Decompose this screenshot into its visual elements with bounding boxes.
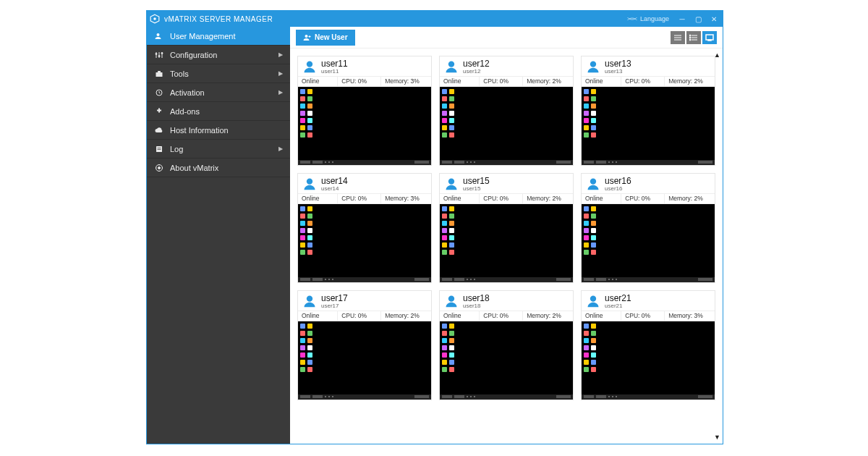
sidebar-item-configuration[interactable]: Configuration ▶: [147, 46, 290, 64]
user-card-grid: user11 user11 Online CPU: 0% Memory: 3%: [290, 48, 723, 444]
svg-point-20: [307, 62, 312, 67]
user-cpu: CPU: 0%: [621, 77, 664, 86]
user-card[interactable]: user13 user13 Online CPU: 0% Memory: 2%: [581, 56, 715, 166]
user-desktop-thumbnail[interactable]: [298, 204, 431, 282]
sidebar-item-label: Host Information: [170, 126, 229, 135]
user-card[interactable]: user18 user18 Online CPU: 0% Memory: 2%: [439, 290, 574, 400]
user-card[interactable]: user12 user12 Online CPU: 0% Memory: 2%: [439, 56, 574, 166]
user-memory: Memory: 2%: [522, 77, 573, 86]
sidebar-item-host-information[interactable]: Host Information: [147, 121, 290, 140]
user-card[interactable]: user21 user21 Online CPU: 0% Memory: 3%: [581, 290, 715, 400]
svg-point-27: [448, 296, 454, 302]
user-avatar-icon: [302, 294, 317, 308]
svg-point-24: [448, 179, 454, 185]
user-avatar-icon: [444, 294, 459, 308]
svg-point-13: [158, 166, 161, 169]
user-cpu: CPU: 0%: [479, 194, 522, 203]
user-avatar-icon: [444, 59, 459, 74]
user-status: Online: [298, 194, 337, 203]
minimize-button[interactable]: ─: [676, 13, 688, 25]
chevron-right-icon: ▶: [278, 51, 283, 58]
user-status: Online: [582, 311, 621, 321]
svg-point-26: [307, 296, 312, 302]
user-card[interactable]: user11 user11 Online CPU: 0% Memory: 3%: [297, 56, 432, 166]
toolbox-icon: [154, 69, 164, 78]
user-avatar-icon: [586, 177, 600, 191]
sidebar-item-activation[interactable]: Activation ▶: [147, 83, 290, 102]
user-memory: Memory: 3%: [380, 194, 431, 203]
user-status: Online: [298, 311, 337, 321]
scroll-up-button[interactable]: ▲: [714, 51, 721, 59]
user-subname: user21: [605, 303, 631, 309]
chevron-right-icon: ▶: [278, 89, 283, 96]
view-toggle: [671, 31, 717, 44]
user-memory: Memory: 3%: [664, 311, 715, 321]
svg-rect-18: [706, 35, 713, 40]
user-avatar-icon: [586, 294, 600, 308]
user-memory: Memory: 2%: [522, 311, 573, 321]
user-card[interactable]: user16 user16 Online CPU: 0% Memory: 2%: [581, 173, 715, 283]
user-name: user12: [463, 59, 490, 69]
user-memory: Memory: 2%: [664, 77, 715, 86]
maximize-button[interactable]: ▢: [692, 13, 704, 25]
user-desktop-thumbnail[interactable]: [440, 87, 573, 165]
user-cpu: CPU: 0%: [621, 194, 664, 203]
sidebar-item-addons[interactable]: Add-ons: [147, 102, 290, 121]
user-status: Online: [582, 77, 621, 86]
user-desktop-thumbnail[interactable]: [582, 321, 715, 400]
user-card[interactable]: user15 user15 Online CPU: 0% Memory: 2%: [439, 173, 574, 283]
new-user-button[interactable]: New User: [296, 30, 355, 46]
sidebar-item-log[interactable]: Log ▶: [147, 140, 290, 159]
user-cpu: CPU: 0%: [621, 311, 664, 321]
user-desktop-thumbnail[interactable]: [582, 204, 715, 282]
sidebar-item-label: Add-ons: [170, 107, 200, 116]
user-desktop-thumbnail[interactable]: [440, 204, 573, 282]
language-label: Language: [640, 15, 669, 22]
sidebar-item-label: Activation: [170, 88, 205, 97]
sidebar-item-label: About vMatrix: [170, 164, 218, 172]
scroll-down-button[interactable]: ▼: [714, 434, 721, 441]
svg-point-16: [689, 37, 691, 38]
user-cpu: CPU: 0%: [337, 77, 380, 86]
svg-point-17: [689, 39, 691, 41]
view-list-compact-button[interactable]: [671, 31, 685, 44]
user-card[interactable]: user17 user17 Online CPU: 0% Memory: 2%: [297, 290, 432, 400]
user-subname: user14: [321, 186, 348, 192]
view-grid-button[interactable]: [702, 31, 717, 44]
language-button[interactable]: Language: [626, 15, 672, 23]
titlebar: vMATRIX SERVER MANAGER Language ─ ▢ ✕: [147, 11, 723, 27]
sidebar-item-about[interactable]: About vMatrix: [147, 159, 290, 177]
user-avatar-icon: [302, 59, 317, 74]
user-name: user16: [605, 177, 631, 186]
svg-rect-7: [158, 71, 161, 72]
user-subname: user18: [463, 303, 490, 309]
about-icon: [154, 164, 164, 172]
user-desktop-thumbnail[interactable]: [582, 87, 715, 165]
main-panel: New User: [290, 27, 723, 444]
user-cpu: CPU: 0%: [337, 311, 380, 321]
user-name: user15: [463, 177, 490, 186]
user-avatar-icon: [586, 59, 600, 74]
users-icon: [154, 32, 164, 41]
svg-point-28: [590, 296, 596, 302]
sidebar-item-label: Tools: [170, 69, 189, 78]
user-memory: Memory: 2%: [664, 194, 715, 203]
user-desktop-thumbnail[interactable]: [298, 87, 431, 165]
user-desktop-thumbnail[interactable]: [298, 321, 431, 400]
svg-rect-6: [156, 72, 163, 77]
close-button[interactable]: ✕: [708, 13, 720, 25]
svg-point-21: [448, 62, 454, 67]
sidebar-item-user-management[interactable]: User Management: [147, 27, 290, 46]
user-desktop-thumbnail[interactable]: [440, 321, 573, 400]
sidebar-item-tools[interactable]: Tools ▶: [147, 64, 290, 83]
cloud-icon: [154, 126, 164, 135]
view-list-button[interactable]: [686, 31, 701, 44]
app-title: vMATRIX SERVER MANAGER: [164, 15, 273, 23]
user-card[interactable]: user14 user14 Online CPU: 0% Memory: 3%: [297, 173, 432, 283]
svg-point-15: [689, 35, 691, 36]
user-cpu: CPU: 0%: [337, 194, 380, 203]
toolbar: New User: [290, 27, 723, 48]
svg-point-1: [153, 17, 156, 20]
svg-point-22: [590, 62, 596, 67]
chevron-right-icon: ▶: [278, 145, 283, 152]
